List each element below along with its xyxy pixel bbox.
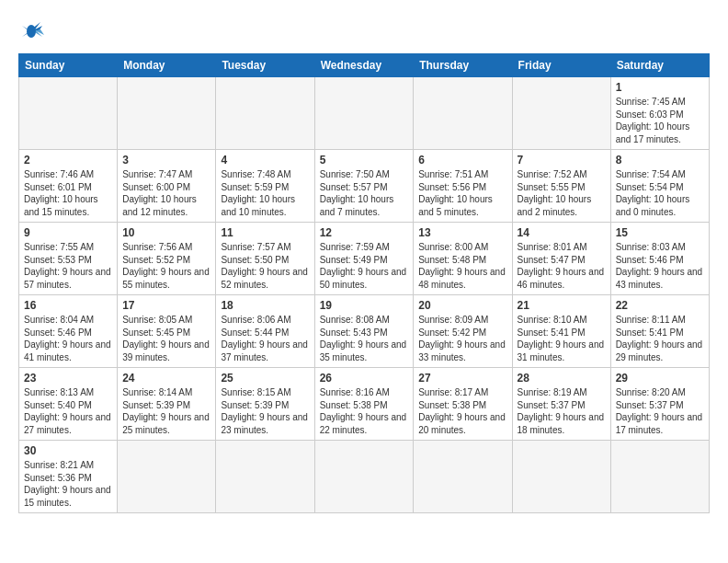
day-number: 29 bbox=[616, 372, 704, 385]
day-number: 22 bbox=[616, 299, 704, 312]
day-number: 26 bbox=[320, 372, 409, 385]
calendar-cell: 20Sunrise: 8:09 AM Sunset: 5:42 PM Dayli… bbox=[414, 295, 512, 368]
calendar-cell bbox=[414, 441, 512, 513]
logo bbox=[18, 18, 55, 44]
day-number: 28 bbox=[518, 372, 606, 385]
day-number: 24 bbox=[122, 372, 210, 385]
day-number: 21 bbox=[518, 299, 606, 312]
calendar-cell: 17Sunrise: 8:05 AM Sunset: 5:45 PM Dayli… bbox=[118, 295, 216, 368]
day-info: Sunrise: 8:01 AM Sunset: 5:47 PM Dayligh… bbox=[518, 241, 606, 291]
day-info: Sunrise: 8:09 AM Sunset: 5:42 PM Dayligh… bbox=[418, 314, 506, 363]
weekday-header-friday: Friday bbox=[512, 54, 610, 77]
calendar-cell bbox=[610, 441, 709, 513]
calendar-cell: 11Sunrise: 7:57 AM Sunset: 5:50 PM Dayli… bbox=[216, 223, 314, 295]
calendar-cell: 30Sunrise: 8:21 AM Sunset: 5:36 PM Dayli… bbox=[19, 441, 118, 513]
day-number: 16 bbox=[24, 299, 112, 312]
calendar-cell bbox=[414, 77, 512, 150]
day-number: 18 bbox=[221, 299, 309, 312]
day-number: 27 bbox=[418, 372, 506, 385]
day-number: 17 bbox=[122, 299, 210, 312]
day-info: Sunrise: 7:52 AM Sunset: 5:55 PM Dayligh… bbox=[518, 168, 606, 218]
day-info: Sunrise: 8:17 AM Sunset: 5:38 PM Dayligh… bbox=[418, 386, 506, 436]
day-info: Sunrise: 8:10 AM Sunset: 5:41 PM Dayligh… bbox=[518, 314, 606, 363]
day-number: 19 bbox=[320, 299, 409, 312]
calendar-cell: 25Sunrise: 8:15 AM Sunset: 5:39 PM Dayli… bbox=[216, 368, 314, 441]
calendar-cell bbox=[314, 441, 414, 513]
svg-point-3 bbox=[27, 25, 36, 38]
day-number: 20 bbox=[418, 299, 506, 312]
calendar-cell: 29Sunrise: 8:20 AM Sunset: 5:37 PM Dayli… bbox=[610, 368, 709, 441]
weekday-header-saturday: Saturday bbox=[610, 54, 709, 77]
calendar-cell: 13Sunrise: 8:00 AM Sunset: 5:48 PM Dayli… bbox=[414, 223, 512, 295]
calendar-cell: 7Sunrise: 7:52 AM Sunset: 5:55 PM Daylig… bbox=[512, 150, 610, 223]
day-number: 6 bbox=[418, 154, 506, 167]
calendar-cell: 15Sunrise: 8:03 AM Sunset: 5:46 PM Dayli… bbox=[610, 223, 709, 295]
logo-bird-icon bbox=[22, 18, 55, 44]
calendar-table: SundayMondayTuesdayWednesdayThursdayFrid… bbox=[18, 53, 710, 513]
calendar-cell: 26Sunrise: 8:16 AM Sunset: 5:38 PM Dayli… bbox=[314, 368, 414, 441]
calendar-cell bbox=[118, 441, 216, 513]
calendar-cell: 5Sunrise: 7:50 AM Sunset: 5:57 PM Daylig… bbox=[314, 150, 414, 223]
day-info: Sunrise: 7:54 AM Sunset: 5:54 PM Dayligh… bbox=[616, 168, 704, 218]
weekday-header-tuesday: Tuesday bbox=[216, 54, 314, 77]
calendar-cell bbox=[118, 77, 216, 150]
day-number: 30 bbox=[24, 444, 112, 457]
calendar-week-row: 30Sunrise: 8:21 AM Sunset: 5:36 PM Dayli… bbox=[19, 441, 710, 513]
day-info: Sunrise: 7:56 AM Sunset: 5:52 PM Dayligh… bbox=[122, 241, 210, 291]
day-info: Sunrise: 8:14 AM Sunset: 5:39 PM Dayligh… bbox=[122, 386, 210, 436]
calendar-cell: 24Sunrise: 8:14 AM Sunset: 5:39 PM Dayli… bbox=[118, 368, 216, 441]
calendar-cell: 16Sunrise: 8:04 AM Sunset: 5:46 PM Dayli… bbox=[19, 295, 118, 368]
calendar-week-row: 1Sunrise: 7:45 AM Sunset: 6:03 PM Daylig… bbox=[19, 77, 710, 150]
calendar-cell: 9Sunrise: 7:55 AM Sunset: 5:53 PM Daylig… bbox=[19, 223, 118, 295]
calendar-cell bbox=[512, 77, 610, 150]
weekday-header-thursday: Thursday bbox=[414, 54, 512, 77]
day-info: Sunrise: 8:03 AM Sunset: 5:46 PM Dayligh… bbox=[616, 241, 704, 291]
calendar-cell: 3Sunrise: 7:47 AM Sunset: 6:00 PM Daylig… bbox=[118, 150, 216, 223]
day-info: Sunrise: 7:55 AM Sunset: 5:53 PM Dayligh… bbox=[24, 241, 112, 291]
day-number: 23 bbox=[24, 372, 112, 385]
day-info: Sunrise: 8:13 AM Sunset: 5:40 PM Dayligh… bbox=[24, 386, 112, 436]
day-info: Sunrise: 8:08 AM Sunset: 5:43 PM Dayligh… bbox=[320, 314, 409, 363]
calendar-cell: 4Sunrise: 7:48 AM Sunset: 5:59 PM Daylig… bbox=[216, 150, 314, 223]
day-info: Sunrise: 8:04 AM Sunset: 5:46 PM Dayligh… bbox=[24, 314, 112, 363]
calendar-week-row: 23Sunrise: 8:13 AM Sunset: 5:40 PM Dayli… bbox=[19, 368, 710, 441]
day-info: Sunrise: 8:15 AM Sunset: 5:39 PM Dayligh… bbox=[221, 386, 309, 436]
day-info: Sunrise: 8:00 AM Sunset: 5:48 PM Dayligh… bbox=[418, 241, 506, 291]
calendar-week-row: 16Sunrise: 8:04 AM Sunset: 5:46 PM Dayli… bbox=[19, 295, 710, 368]
day-number: 14 bbox=[518, 226, 606, 239]
page-header bbox=[18, 18, 710, 44]
calendar-cell bbox=[512, 441, 610, 513]
day-info: Sunrise: 7:50 AM Sunset: 5:57 PM Dayligh… bbox=[320, 168, 409, 218]
day-number: 12 bbox=[320, 226, 409, 239]
day-info: Sunrise: 8:16 AM Sunset: 5:38 PM Dayligh… bbox=[320, 386, 409, 436]
calendar-cell bbox=[216, 441, 314, 513]
calendar-week-row: 2Sunrise: 7:46 AM Sunset: 6:01 PM Daylig… bbox=[19, 150, 710, 223]
calendar-cell: 18Sunrise: 8:06 AM Sunset: 5:44 PM Dayli… bbox=[216, 295, 314, 368]
day-info: Sunrise: 7:57 AM Sunset: 5:50 PM Dayligh… bbox=[221, 241, 309, 291]
day-info: Sunrise: 7:51 AM Sunset: 5:56 PM Dayligh… bbox=[418, 168, 506, 218]
day-number: 13 bbox=[418, 226, 506, 239]
calendar-cell: 8Sunrise: 7:54 AM Sunset: 5:54 PM Daylig… bbox=[610, 150, 709, 223]
day-number: 1 bbox=[616, 81, 704, 94]
day-number: 10 bbox=[122, 226, 210, 239]
calendar-cell: 2Sunrise: 7:46 AM Sunset: 6:01 PM Daylig… bbox=[19, 150, 118, 223]
calendar-cell: 10Sunrise: 7:56 AM Sunset: 5:52 PM Dayli… bbox=[118, 223, 216, 295]
day-info: Sunrise: 7:45 AM Sunset: 6:03 PM Dayligh… bbox=[616, 96, 704, 145]
calendar-cell: 23Sunrise: 8:13 AM Sunset: 5:40 PM Dayli… bbox=[19, 368, 118, 441]
day-number: 11 bbox=[221, 226, 309, 239]
weekday-header-sunday: Sunday bbox=[19, 54, 118, 77]
calendar-cell: 21Sunrise: 8:10 AM Sunset: 5:41 PM Dayli… bbox=[512, 295, 610, 368]
day-info: Sunrise: 8:11 AM Sunset: 5:41 PM Dayligh… bbox=[616, 314, 704, 363]
day-info: Sunrise: 7:46 AM Sunset: 6:01 PM Dayligh… bbox=[24, 168, 112, 218]
day-info: Sunrise: 8:06 AM Sunset: 5:44 PM Dayligh… bbox=[221, 314, 309, 363]
day-info: Sunrise: 8:19 AM Sunset: 5:37 PM Dayligh… bbox=[518, 386, 606, 436]
calendar-week-row: 9Sunrise: 7:55 AM Sunset: 5:53 PM Daylig… bbox=[19, 223, 710, 295]
weekday-header-monday: Monday bbox=[118, 54, 216, 77]
day-number: 8 bbox=[616, 154, 704, 167]
calendar-cell bbox=[314, 77, 414, 150]
calendar-cell: 14Sunrise: 8:01 AM Sunset: 5:47 PM Dayli… bbox=[512, 223, 610, 295]
day-info: Sunrise: 8:20 AM Sunset: 5:37 PM Dayligh… bbox=[616, 386, 704, 436]
day-info: Sunrise: 8:05 AM Sunset: 5:45 PM Dayligh… bbox=[122, 314, 210, 363]
calendar-cell: 22Sunrise: 8:11 AM Sunset: 5:41 PM Dayli… bbox=[610, 295, 709, 368]
calendar-cell bbox=[216, 77, 314, 150]
